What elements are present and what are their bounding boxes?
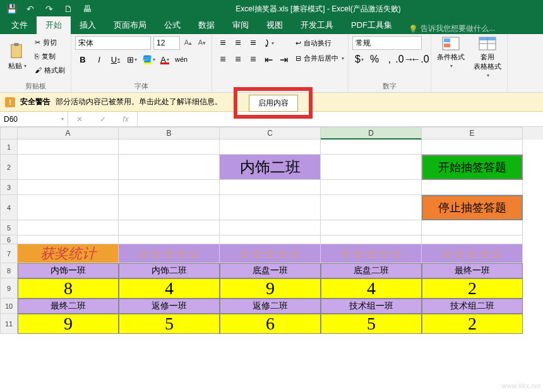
- cell[interactable]: [18, 235, 119, 244]
- align-center-button[interactable]: ≡: [231, 52, 245, 66]
- cell[interactable]: [119, 180, 220, 195]
- italic-button[interactable]: I: [92, 52, 107, 66]
- undo-icon[interactable]: ↶: [21, 2, 39, 16]
- tab-formulas[interactable]: 公式: [155, 16, 189, 34]
- row-header-11[interactable]: 11: [0, 314, 18, 334]
- grow-font-icon[interactable]: A▴: [182, 36, 194, 49]
- row-header-5[interactable]: 5: [0, 220, 18, 235]
- print-icon[interactable]: 🖶: [78, 2, 96, 16]
- shrink-font-icon[interactable]: A▾: [196, 36, 208, 49]
- currency-button[interactable]: $▾: [352, 52, 366, 66]
- cell[interactable]: [220, 180, 321, 195]
- tell-me-search[interactable]: 💡告诉我您想要做什么...: [409, 23, 495, 34]
- cut-button[interactable]: ✂剪切: [33, 36, 67, 49]
- row-header-4[interactable]: 4: [0, 195, 18, 220]
- underline-button[interactable]: U▾: [108, 52, 123, 66]
- cell[interactable]: [119, 155, 220, 180]
- cell[interactable]: [422, 140, 523, 155]
- cell[interactable]: [220, 195, 321, 220]
- indent-inc-button[interactable]: ⇥: [277, 52, 290, 66]
- cell[interactable]: [422, 220, 523, 235]
- align-right-button[interactable]: ≡: [246, 52, 260, 66]
- align-left-button[interactable]: ≡: [216, 52, 230, 66]
- cell[interactable]: [119, 140, 220, 155]
- cancel-icon[interactable]: ✕: [76, 115, 83, 124]
- cell[interactable]: [321, 155, 422, 180]
- tab-file[interactable]: 文件: [3, 16, 37, 34]
- tab-review[interactable]: 审阅: [224, 16, 258, 34]
- paste-button[interactable]: 粘贴▾: [4, 36, 30, 76]
- row-header-3[interactable]: 3: [0, 180, 18, 195]
- phonetic-button[interactable]: wén: [174, 52, 189, 66]
- align-bottom-button[interactable]: ≡: [246, 36, 260, 50]
- align-middle-button[interactable]: ≡: [231, 36, 245, 50]
- cell[interactable]: [321, 140, 422, 155]
- font-size-select[interactable]: [153, 36, 180, 50]
- border-button[interactable]: ⊞▾: [124, 52, 140, 66]
- cell[interactable]: [422, 235, 523, 244]
- inc-decimal-button[interactable]: .0→: [398, 52, 412, 66]
- cell[interactable]: [220, 235, 321, 244]
- tab-insert[interactable]: 插入: [71, 16, 105, 34]
- enable-content-button[interactable]: 启用内容: [249, 95, 298, 112]
- cell[interactable]: [119, 235, 220, 244]
- merge-center-button[interactable]: ⊟合并后居中▾: [295, 51, 344, 65]
- percent-button[interactable]: %: [367, 52, 381, 66]
- row-header-1[interactable]: 1: [0, 140, 18, 155]
- bold-button[interactable]: B: [75, 52, 90, 66]
- col-header-C[interactable]: C: [220, 127, 321, 140]
- row-header-2[interactable]: 2: [0, 155, 18, 180]
- comma-button[interactable]: ,: [383, 52, 397, 66]
- row-header-10[interactable]: 10: [0, 299, 18, 314]
- name-box[interactable]: D60▾: [0, 112, 68, 126]
- row-header-9[interactable]: 9: [0, 278, 18, 299]
- cell[interactable]: [18, 220, 119, 235]
- dec-decimal-button[interactable]: ←.0: [413, 52, 427, 66]
- col-header-A[interactable]: A: [18, 127, 119, 140]
- select-all-button[interactable]: [0, 127, 18, 140]
- cell[interactable]: [220, 140, 321, 155]
- font-color-button[interactable]: A▾: [157, 52, 172, 66]
- cell[interactable]: [220, 220, 321, 235]
- cell[interactable]: [18, 180, 119, 195]
- number-format-select[interactable]: [352, 36, 422, 50]
- tab-data[interactable]: 数据: [189, 16, 224, 34]
- tab-pdf[interactable]: PDF工具集: [342, 16, 401, 34]
- conditional-format-button[interactable]: 条件格式▾: [435, 36, 467, 78]
- format-painter-button[interactable]: 🖌格式刷: [33, 64, 67, 76]
- redo-icon[interactable]: ↷: [40, 2, 58, 16]
- cell[interactable]: [18, 155, 119, 180]
- cell[interactable]: [321, 220, 422, 235]
- save-icon[interactable]: 💾: [3, 2, 20, 16]
- start-lottery-button[interactable]: 开始抽签答题: [422, 155, 523, 180]
- new-icon[interactable]: 🗋: [59, 2, 77, 16]
- orientation-button[interactable]: ⤸▾: [261, 36, 275, 50]
- fx-icon[interactable]: fx: [122, 115, 128, 124]
- cell[interactable]: [119, 195, 220, 220]
- tab-developer[interactable]: 开发工具: [292, 16, 342, 34]
- cell[interactable]: [18, 140, 119, 155]
- cell[interactable]: [321, 180, 422, 195]
- stop-lottery-button[interactable]: 停止抽签答题: [422, 195, 523, 220]
- col-header-B[interactable]: B: [119, 127, 220, 140]
- font-name-select[interactable]: [75, 36, 151, 50]
- cell[interactable]: [422, 180, 523, 195]
- tab-view[interactable]: 视图: [258, 16, 292, 34]
- indent-dec-button[interactable]: ⇤: [261, 52, 275, 66]
- cell[interactable]: [321, 195, 422, 220]
- col-header-D[interactable]: D: [321, 127, 422, 140]
- tab-home[interactable]: 开始: [37, 16, 71, 34]
- cell[interactable]: [18, 195, 119, 220]
- formula-input[interactable]: [138, 112, 543, 126]
- table-format-button[interactable]: 套用 表格格式▾: [472, 36, 503, 78]
- cell[interactable]: [119, 220, 220, 235]
- enter-icon[interactable]: ✓: [100, 115, 106, 124]
- row-header-7[interactable]: 7: [0, 244, 18, 263]
- row-header-6[interactable]: 6: [0, 235, 18, 244]
- copy-button[interactable]: ⎘复制: [33, 50, 67, 62]
- align-top-button[interactable]: ≡: [216, 36, 230, 50]
- cell[interactable]: [321, 235, 422, 244]
- fill-color-button[interactable]: 🪣▾: [141, 52, 156, 66]
- tab-pagelayout[interactable]: 页面布局: [105, 16, 155, 34]
- wrap-text-button[interactable]: ↩自动换行: [295, 36, 344, 50]
